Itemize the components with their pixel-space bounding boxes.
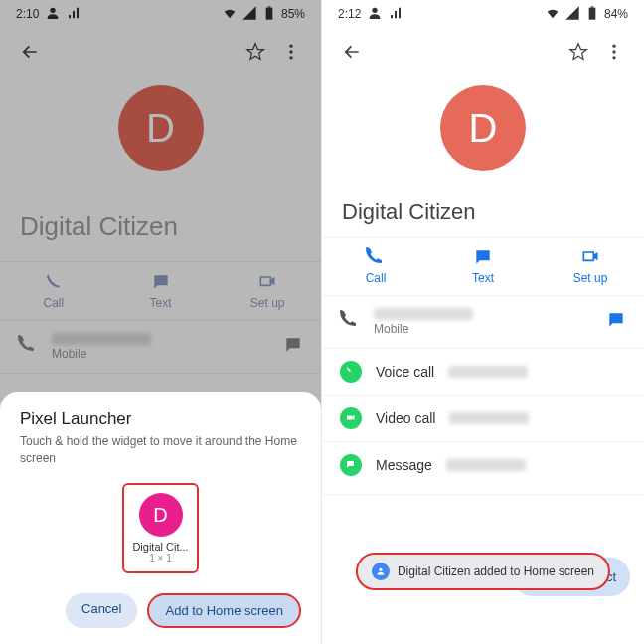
- redacted: [448, 366, 528, 378]
- phone-number: [374, 308, 473, 320]
- svg-point-11: [379, 568, 382, 571]
- voice-call-row[interactable]: Voice call: [322, 349, 644, 396]
- whatsapp-icon: [340, 407, 362, 429]
- svg-point-9: [612, 56, 615, 59]
- message-row[interactable]: Message: [322, 442, 644, 488]
- svg-rect-10: [347, 416, 352, 420]
- contact-name: Digital Citizen: [322, 171, 644, 237]
- svg-point-7: [612, 45, 615, 48]
- widget-sheet: Pixel Launcher Touch & hold the widget t…: [0, 392, 321, 644]
- user-icon: [367, 5, 383, 24]
- battery-icon: [584, 5, 600, 24]
- video-call-row[interactable]: Video call: [322, 396, 644, 442]
- toast: Digital Citizen added to Home screen: [356, 553, 610, 590]
- widget-preview[interactable]: D Digital Cit... 1 × 1: [122, 483, 198, 573]
- battery-pct: 84%: [604, 7, 628, 21]
- svg-point-8: [612, 50, 615, 53]
- person-icon: [372, 563, 390, 580]
- avatar: D: [440, 85, 526, 171]
- phone-icon: [340, 310, 360, 334]
- wifi-icon: [545, 5, 561, 24]
- star-icon[interactable]: [561, 34, 596, 70]
- call-action[interactable]: Call: [322, 247, 429, 285]
- whatsapp-icon: [340, 361, 362, 383]
- back-icon[interactable]: [334, 34, 370, 70]
- sheet-desc: Touch & hold the widget to move it aroun…: [20, 433, 301, 467]
- add-button[interactable]: Add to Home screen: [147, 593, 301, 628]
- status-bar: 2:12 84%: [322, 0, 644, 28]
- cancel-button[interactable]: Cancel: [66, 593, 137, 628]
- sheet-title: Pixel Launcher: [20, 409, 301, 429]
- clock: 2:12: [338, 7, 361, 21]
- phone-row[interactable]: Mobile: [322, 296, 644, 349]
- redacted: [449, 412, 529, 424]
- more-icon[interactable]: [596, 34, 632, 70]
- svg-rect-6: [591, 6, 594, 7]
- text-action[interactable]: Text: [429, 247, 537, 285]
- setup-action[interactable]: Set up: [537, 247, 644, 285]
- phone-label: Mobile: [374, 322, 473, 336]
- action-row: Call Text Set up: [322, 237, 644, 296]
- signal-icon: [564, 5, 580, 24]
- signal-icon: [389, 5, 404, 24]
- message-icon[interactable]: [606, 310, 626, 334]
- svg-point-5: [373, 7, 378, 12]
- redacted: [446, 459, 526, 471]
- whatsapp-icon: [340, 454, 362, 476]
